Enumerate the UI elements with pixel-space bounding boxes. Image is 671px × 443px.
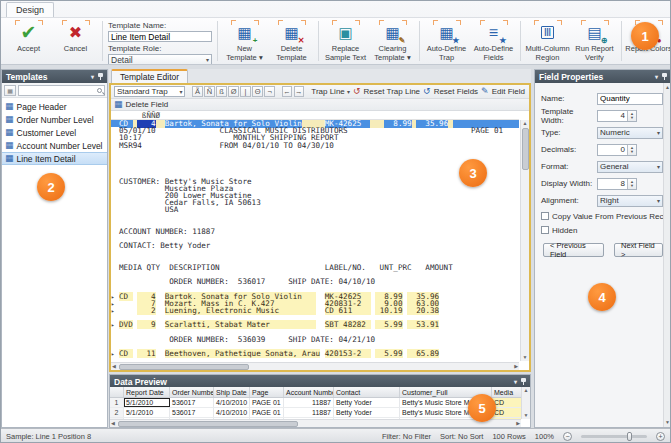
copy-value-checkbox[interactable] xyxy=(541,212,549,220)
tab-design[interactable]: Design xyxy=(6,2,54,17)
cell[interactable]: Betty Yoder xyxy=(334,408,400,417)
report-line[interactable]: ORDER NUMBER: 536039 SHIP DATE: 04/21/10 xyxy=(111,336,519,343)
zoom-out-button[interactable]: − xyxy=(563,432,572,441)
report-line[interactable]: MEDIA QTY DESCRIPTION LABEL/NO. UNT_PRC … xyxy=(111,264,519,271)
column-header-ship-date[interactable]: Ship Date xyxy=(214,387,250,397)
cancel-button[interactable]: ✖Cancel xyxy=(52,19,99,63)
zoom-in-button[interactable]: + xyxy=(656,432,665,441)
column-header-page[interactable]: Page xyxy=(250,387,284,397)
scroll-down-icon[interactable]: ▼ xyxy=(664,419,671,426)
cell[interactable]: 4/10/2010 xyxy=(214,408,250,417)
scrollbar-thumb[interactable] xyxy=(118,421,298,427)
trap-type-dropdown[interactable]: Standard Trap ▾ xyxy=(114,86,185,97)
type-dropdown[interactable]: Numeric▾ xyxy=(597,127,663,139)
vertical-scrollbar[interactable]: ▲ ▼ xyxy=(521,387,530,419)
cell[interactable]: PAGE 01 xyxy=(250,398,284,407)
next-field-button[interactable]: Next Field > xyxy=(614,243,663,257)
trap-char-button[interactable]: Ñ xyxy=(204,86,215,97)
cell[interactable]: 11887 xyxy=(284,408,334,417)
scroll-right-icon[interactable]: ▶ xyxy=(513,363,519,370)
pin-icon[interactable] xyxy=(662,73,667,80)
scroll-right-icon[interactable]: ▶ xyxy=(515,420,521,427)
cell[interactable]: PAGE 01 xyxy=(250,408,284,417)
alignment-dropdown[interactable]: Right▾ xyxy=(597,195,663,207)
vertical-scrollbar[interactable]: ▲ ▼ xyxy=(520,120,529,361)
clearing-template-button[interactable]: ▦✎Clearing Template ▾ xyxy=(369,19,416,63)
column-header-rownum[interactable] xyxy=(110,387,124,397)
cell[interactable]: Betty Yoder xyxy=(334,398,400,407)
report-line[interactable]: ▸DVD 9 Scarlatti, Stabat Mater SBT 48282… xyxy=(111,321,519,328)
cell[interactable]: 536017 xyxy=(170,398,214,407)
shift-right-button[interactable]: → xyxy=(294,86,304,97)
scroll-up-icon[interactable]: ▲ xyxy=(522,120,529,127)
search-input[interactable] xyxy=(18,85,105,96)
report-line[interactable]: ORDER NUMBER: 536017 SHIP DATE: 04/10/10 xyxy=(111,278,519,285)
horizontal-scrollbar[interactable]: ◀ ▶ xyxy=(110,419,521,427)
report-line[interactable]: ▸CD 11 Beethoven, Pathetique Sonata, Ara… xyxy=(111,350,519,357)
shift-left-button[interactable]: ← xyxy=(282,86,292,97)
trap-line-dropdown[interactable]: Trap Line ▾ xyxy=(310,87,351,96)
cell[interactable]: 5/1/2010 xyxy=(124,398,170,407)
cell[interactable]: 11887 xyxy=(284,398,334,407)
report-line[interactable] xyxy=(111,249,519,256)
column-header-contact[interactable]: Contact xyxy=(334,387,400,397)
scroll-down-icon[interactable]: ▼ xyxy=(522,354,529,361)
sidebar-item-page-header[interactable]: ▦Page Header xyxy=(2,100,107,113)
report-line[interactable]: CONTACT: Betty Yoder xyxy=(111,242,519,249)
vertical-scrollbar[interactable]: ▲ ▼ xyxy=(663,83,671,427)
zoom-slider[interactable] xyxy=(581,435,647,438)
new-template-button[interactable]: ▦+New Template ▾ xyxy=(221,19,268,63)
cell[interactable]: CD xyxy=(492,398,521,407)
template-name-input[interactable] xyxy=(108,31,212,42)
report-line[interactable] xyxy=(111,213,519,220)
pin-icon[interactable] xyxy=(98,73,103,80)
report-line[interactable] xyxy=(111,156,519,163)
cell[interactable]: CD xyxy=(492,408,521,417)
sidebar-item-order-number-level[interactable]: ▦Order Number Level xyxy=(2,113,107,126)
cell[interactable]: 5/1/2010 xyxy=(124,408,170,417)
collapse-icon[interactable]: ▾ xyxy=(514,379,517,385)
report-line[interactable]: ACCOUNT NUMBER: 11887 xyxy=(111,228,519,235)
cell[interactable]: 2 xyxy=(110,408,124,417)
trap-char-button[interactable]: Θ xyxy=(252,86,263,97)
cell[interactable]: 536017 xyxy=(170,408,214,417)
trap-char-button[interactable]: | xyxy=(240,86,251,97)
format-dropdown[interactable]: General▾ xyxy=(597,161,663,173)
hidden-checkbox[interactable] xyxy=(541,226,549,234)
collapse-icon[interactable]: ▾ xyxy=(91,74,94,80)
filter-button[interactable]: ▦ xyxy=(4,85,16,96)
reset-fields-button[interactable]: Reset Fields xyxy=(433,87,479,96)
scroll-down-icon[interactable]: ▼ xyxy=(523,412,530,419)
sidebar-item-line-item-detail[interactable]: ▦Line Item Detail xyxy=(2,152,107,165)
sidebar-item-customer-level[interactable]: ▦Customer Level xyxy=(2,126,107,139)
report-line[interactable]: USA xyxy=(111,206,519,213)
pin-icon[interactable] xyxy=(521,378,526,385)
accept-button[interactable]: ✔Accept xyxy=(5,19,52,63)
report-line[interactable] xyxy=(111,163,519,170)
column-header-media[interactable]: Media xyxy=(492,387,521,397)
trap-char-button[interactable]: ¬ xyxy=(264,86,275,97)
column-header-account-number[interactable]: Account Number xyxy=(284,387,334,397)
report-line[interactable]: MSR94 FROM 04/01/10 TO 04/30/10 xyxy=(111,142,519,149)
template-role-select[interactable]: Detail▾ xyxy=(108,54,212,65)
column-header-order-number[interactable]: Order Number xyxy=(170,387,214,397)
auto-define-trap-button[interactable]: ▦★Auto-Define Trap xyxy=(423,19,470,63)
delete-template-button[interactable]: ▦✕Delete Template xyxy=(268,19,315,63)
report-line[interactable] xyxy=(111,149,519,156)
decimals-stepper[interactable]: 0 ▲▼ xyxy=(597,144,637,156)
collapse-icon[interactable]: ▾ xyxy=(655,74,658,80)
run-report-verify-button[interactable]: ▤⊕Run Report Verify xyxy=(571,19,618,63)
display-width-stepper[interactable]: 8 ▲▼ xyxy=(597,178,637,190)
zoom-slider-thumb[interactable] xyxy=(627,432,632,441)
template-width-stepper[interactable]: 4 ▲▼ xyxy=(597,110,637,122)
sidebar-item-account-number-level[interactable]: ▦Account Number Level xyxy=(2,139,107,152)
scroll-left-icon[interactable]: ◀ xyxy=(110,420,116,427)
scrollbar-thumb[interactable] xyxy=(119,364,249,370)
replace-sample-text-button[interactable]: ▣Replace Sample Text xyxy=(322,19,369,63)
report-line[interactable]: ▸ 2 Luening, Electronic Music CD 611 10.… xyxy=(111,307,519,314)
tab-template-editor[interactable]: Template Editor xyxy=(111,69,188,83)
trap-char-button[interactable]: Ã xyxy=(192,86,203,97)
horizontal-scrollbar[interactable]: ◀ ▶ xyxy=(111,362,519,370)
trap-char-button[interactable]: Ø xyxy=(228,86,239,97)
cell[interactable]: 1 xyxy=(110,398,124,407)
